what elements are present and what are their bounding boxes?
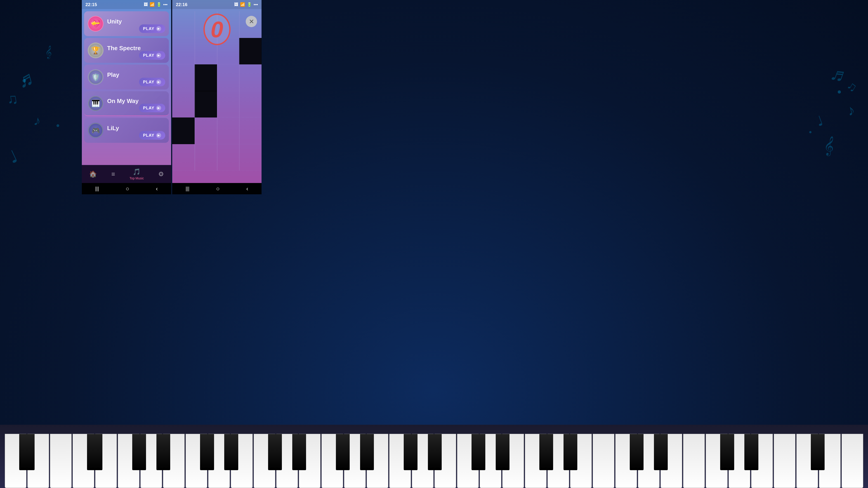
song-icon-on-my-way	[88, 96, 103, 111]
phone-right: 22:16 🖼 📶 🔋 ••• 0 ✕	[172, 0, 261, 183]
score-value: 0	[211, 17, 223, 42]
sys-nav-right: ||| ○ ‹	[172, 183, 261, 194]
play-arrow-icon-4: ▶	[156, 105, 161, 110]
play-arrow-icon-3: ▶	[156, 79, 161, 85]
play-arrow-icon-5: ▶	[156, 133, 161, 138]
song-icon-spectre	[88, 42, 103, 58]
nav-home[interactable]: 🏠	[89, 170, 97, 178]
tile-3-3[interactable]	[217, 64, 239, 91]
bottom-nav: 🏠 ≡ 🎵 Top Music ⚙	[82, 165, 171, 183]
music-icon: 🎵	[133, 168, 141, 175]
sim-icon-right: 📶	[240, 2, 245, 7]
piano-keyboard-decoration	[0, 425, 868, 488]
tile-6-2[interactable]	[195, 144, 217, 171]
tile-2-4[interactable]	[239, 38, 261, 65]
nav-top-music[interactable]: 🎵 Top Music	[129, 168, 144, 180]
tile-3-1[interactable]	[172, 64, 195, 91]
list-icon: ≡	[112, 170, 115, 178]
song-title-play: Play	[107, 71, 165, 78]
tile-4-2[interactable]	[195, 91, 217, 118]
close-icon: ✕	[249, 18, 254, 25]
sys-menu-right[interactable]: |||	[186, 186, 189, 192]
status-bar-left: 22:15 🖼 📶 🔋 •••	[82, 0, 171, 9]
home-icon: 🏠	[89, 170, 97, 178]
sim-icon: 📶	[150, 2, 155, 7]
close-button[interactable]: ✕	[246, 16, 257, 27]
status-bar-right: 22:16 🖼 📶 🔋 •••	[172, 0, 261, 9]
score-display: 0	[204, 13, 230, 45]
song-card-on-my-way: On My Way PLAY ▶	[84, 91, 169, 116]
play-button-lily[interactable]: PLAY ▶	[139, 131, 165, 140]
notification-icon: 🖼	[144, 2, 148, 7]
tile-2-1[interactable]	[172, 38, 195, 65]
tile-6-4[interactable]	[239, 144, 261, 171]
song-card-lily: LiLy PLAY ▶	[84, 118, 169, 143]
nav-settings[interactable]: ⚙	[158, 170, 164, 178]
song-title-lily: LiLy	[107, 125, 165, 132]
song-title-spectre: The Spectre	[107, 45, 165, 52]
more-icon-right: •••	[254, 2, 258, 7]
sys-home-left[interactable]: ○	[126, 185, 129, 192]
tile-3-4[interactable]	[239, 64, 261, 91]
tile-1-1[interactable]	[172, 11, 195, 38]
time-left: 22:15	[86, 2, 97, 7]
song-icon-lily	[88, 123, 103, 138]
tile-3-2[interactable]	[195, 64, 217, 91]
tile-5-3[interactable]	[217, 118, 239, 144]
song-card-unity: Unity PLAY ▶	[84, 11, 169, 36]
song-icon-play	[88, 69, 103, 85]
sys-back-right[interactable]: ‹	[246, 185, 248, 192]
tile-4-4[interactable]	[239, 91, 261, 118]
battery-icon-right: 🔋	[247, 2, 252, 7]
song-list: Unity PLAY ▶ The Spectre PLAY ▶	[82, 9, 171, 165]
tile-4-1[interactable]	[172, 91, 195, 118]
notification-icon-right: 🖼	[234, 2, 238, 7]
song-icon-unity	[88, 16, 103, 32]
play-arrow-icon-2: ▶	[156, 53, 161, 58]
song-card-play: Play PLAY ▶	[84, 65, 169, 90]
play-button-unity[interactable]: PLAY ▶	[139, 24, 165, 33]
sys-back-left[interactable]: ‹	[156, 185, 158, 192]
play-arrow-icon: ▶	[156, 26, 161, 31]
tile-6-1[interactable]	[172, 144, 195, 171]
nav-list[interactable]: ≡	[112, 170, 115, 178]
battery-icon: 🔋	[156, 2, 161, 7]
play-button-on-my-way[interactable]: PLAY ▶	[139, 104, 165, 112]
tile-5-4[interactable]	[239, 118, 261, 144]
play-button-play[interactable]: PLAY ▶	[139, 78, 165, 86]
settings-icon: ⚙	[158, 170, 164, 178]
phone-left: 22:15 🖼 📶 🔋 ••• Unity PLAY ▶	[82, 0, 171, 183]
song-card-spectre: The Spectre PLAY ▶	[84, 38, 169, 63]
tile-6-3[interactable]	[217, 144, 239, 171]
play-button-spectre[interactable]: PLAY ▶	[139, 51, 165, 60]
top-music-label: Top Music	[129, 176, 144, 180]
song-title-unity: Unity	[107, 18, 165, 25]
tile-5-1[interactable]	[172, 118, 195, 144]
status-icons-right: 🖼 📶 🔋 •••	[234, 2, 258, 7]
tile-4-3[interactable]	[217, 91, 239, 118]
more-icon: •••	[163, 2, 167, 7]
sys-nav-left: ||| ○ ‹	[82, 183, 171, 194]
sys-menu-left[interactable]: |||	[95, 186, 99, 192]
time-right: 22:16	[176, 2, 187, 7]
tile-5-2[interactable]	[195, 118, 217, 144]
sys-home-right[interactable]: ○	[216, 185, 220, 192]
status-icons-left: 🖼 📶 🔋 •••	[144, 2, 167, 7]
